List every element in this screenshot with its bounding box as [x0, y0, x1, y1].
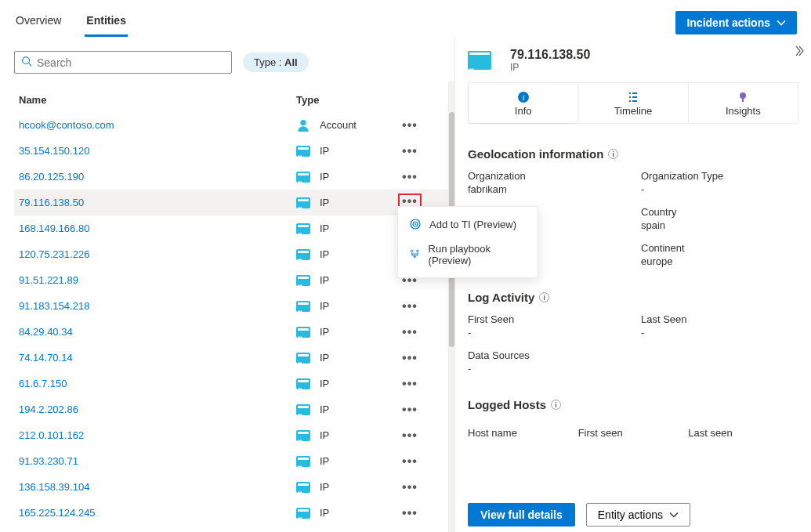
hosts-header-lastseen: Last seen: [688, 427, 798, 439]
ip-icon: [296, 223, 310, 234]
table-row[interactable]: 61.6.7.150IP•••: [14, 371, 454, 396]
row-actions-button[interactable]: •••: [398, 328, 422, 336]
table-row[interactable]: 136.158.39.104IP•••: [14, 474, 454, 500]
entity-link[interactable]: 35.154.150.120: [19, 145, 89, 157]
svg-point-7: [417, 250, 419, 252]
incident-actions-button[interactable]: Incident actions: [675, 11, 797, 34]
svg-point-2: [300, 120, 306, 125]
table-row[interactable]: 79.116.138.50IP•••: [14, 190, 454, 215]
entity-type-label: IP: [320, 378, 329, 389]
row-actions-button[interactable]: •••: [398, 121, 422, 129]
entity-link[interactable]: 79.116.138.50: [19, 197, 84, 208]
ip-icon: [296, 456, 310, 467]
entity-link[interactable]: 168.149.166.80: [19, 223, 89, 234]
entity-type-label: IP: [320, 300, 329, 312]
scrollbar-track[interactable]: [448, 81, 454, 532]
info-icon[interactable]: i: [539, 292, 549, 302]
table-row[interactable]: 120.75.231.226IP•••: [14, 241, 454, 267]
entity-type-label: IP: [320, 352, 329, 364]
entity-type-label: IP: [320, 197, 329, 208]
table-row[interactable]: hcook@contoso.comAccount•••: [14, 112, 454, 138]
entity-type-label: IP: [320, 481, 329, 493]
label-organization-type: Organization Type: [641, 170, 798, 182]
label-continent: Continent: [641, 242, 798, 254]
value-continent: europe: [641, 255, 672, 267]
entity-link[interactable]: 84.29.40.34: [19, 326, 73, 338]
header-name[interactable]: Name: [14, 94, 296, 106]
chevron-down-icon: [777, 18, 786, 27]
info-icon[interactable]: i: [608, 149, 618, 159]
tab-overview[interactable]: Overview: [14, 8, 63, 37]
info-icon[interactable]: i: [551, 400, 561, 410]
section-geolocation: Geolocation information i: [468, 147, 798, 161]
entity-link[interactable]: 91.93.230.71: [19, 455, 78, 467]
label-country: Country: [641, 206, 798, 218]
row-actions-button[interactable]: •••: [398, 509, 422, 517]
row-actions-button[interactable]: •••: [398, 458, 422, 465]
svg-point-10: [740, 92, 746, 99]
row-actions-button[interactable]: •••: [398, 380, 422, 388]
table-row[interactable]: 86.20.125.190IP•••: [14, 164, 454, 190]
row-actions-button[interactable]: •••: [398, 483, 422, 491]
detail-tab-info[interactable]: i Info: [469, 83, 578, 123]
row-actions-button[interactable]: •••: [398, 147, 422, 155]
ip-icon: [296, 301, 310, 312]
table-header: Name Type: [14, 88, 454, 112]
ip-icon: [296, 197, 310, 208]
row-actions-button[interactable]: •••: [398, 406, 422, 414]
value-data-sources: -: [468, 363, 471, 375]
svg-point-0: [23, 57, 30, 64]
entity-type-label: IP: [320, 223, 329, 234]
ip-icon: [296, 249, 310, 260]
table-row[interactable]: 91.51.221.89IP•••: [14, 267, 454, 293]
row-actions-button[interactable]: •••: [398, 354, 422, 362]
entity-link[interactable]: 91.51.221.89: [19, 274, 78, 286]
entity-type-label: IP: [320, 171, 329, 183]
entity-link[interactable]: 74.14.70.14: [19, 352, 73, 364]
menu-add-to-ti[interactable]: Add to TI (Preview): [398, 212, 538, 237]
search-input[interactable]: [37, 56, 225, 69]
entity-link[interactable]: 120.75.231.226: [19, 248, 89, 260]
menu-run-playbook[interactable]: Run playbook (Preview): [398, 237, 538, 273]
table-row[interactable]: 212.0.101.162IP•••: [14, 422, 454, 448]
ip-icon: [296, 275, 310, 286]
svg-point-5: [415, 223, 416, 225]
menu-add-to-ti-label: Add to TI (Preview): [429, 219, 516, 230]
playbook-icon: [409, 248, 421, 261]
table-body: hcook@contoso.comAccount•••35.154.150.12…: [14, 112, 454, 532]
value-last-seen: -: [641, 327, 644, 338]
section-log-activity: Log Activity i: [468, 291, 798, 304]
detail-tab-insights[interactable]: Insights: [689, 83, 798, 123]
entity-link[interactable]: 91.183.154.218: [19, 300, 89, 312]
table-row[interactable]: 194.2.202.86IP•••: [14, 396, 454, 422]
entity-link[interactable]: 194.2.202.86: [19, 404, 78, 415]
header-type[interactable]: Type: [296, 94, 398, 106]
table-row[interactable]: 91.93.230.71IP•••: [14, 448, 454, 474]
table-row[interactable]: 165.225.124.245IP•••: [14, 500, 454, 526]
ip-icon: [296, 404, 310, 415]
row-actions-button[interactable]: •••: [398, 432, 422, 440]
view-full-details-button[interactable]: View full details: [468, 503, 575, 527]
entity-actions-button[interactable]: Entity actions: [586, 503, 690, 527]
entity-type-label: IP: [320, 326, 329, 338]
entity-link[interactable]: 86.20.125.190: [19, 171, 84, 183]
entity-link[interactable]: 61.6.7.150: [19, 378, 67, 389]
entity-link[interactable]: 212.0.101.162: [19, 429, 84, 441]
table-row[interactable]: 35.154.150.120IP•••: [14, 138, 454, 164]
search-box[interactable]: [14, 51, 232, 74]
table-row[interactable]: 91.183.154.218IP•••: [14, 293, 454, 319]
value-organization: fabrikam: [468, 183, 507, 195]
detail-tab-timeline[interactable]: Timeline: [578, 83, 688, 123]
row-actions-button[interactable]: •••: [398, 173, 422, 181]
table-row[interactable]: 74.14.70.14IP•••: [14, 345, 454, 371]
type-filter-pill[interactable]: Type : All: [243, 52, 309, 72]
table-row[interactable]: 84.29.40.34IP•••: [14, 319, 454, 345]
svg-line-1: [29, 63, 32, 67]
entity-link[interactable]: hcook@contoso.com: [19, 119, 114, 131]
ip-icon: [296, 327, 310, 338]
tab-entities[interactable]: Entities: [85, 8, 128, 37]
table-row[interactable]: 168.149.166.80IP•••: [14, 215, 454, 241]
row-actions-button[interactable]: •••: [398, 302, 422, 310]
entity-link[interactable]: 165.225.124.245: [19, 507, 96, 519]
entity-link[interactable]: 136.158.39.104: [19, 481, 89, 493]
